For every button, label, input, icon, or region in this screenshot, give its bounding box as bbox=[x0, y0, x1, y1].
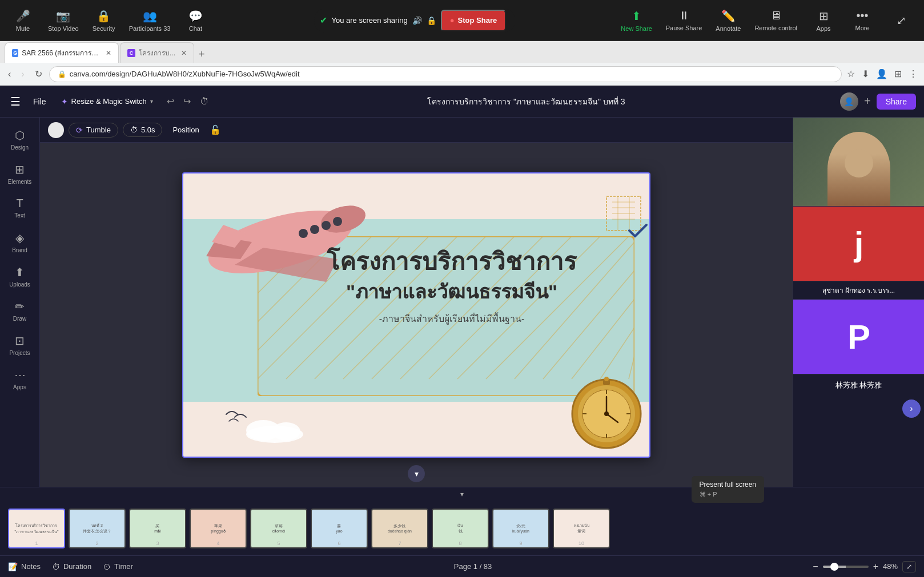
duration-button[interactable]: ⏱ Duration bbox=[52, 562, 91, 571]
position-button[interactable]: Position bbox=[167, 123, 204, 136]
browser-tab-2[interactable]: C โครงการบ... ✕ bbox=[120, 42, 194, 63]
lock-element-button[interactable]: 🔓 bbox=[210, 124, 221, 135]
draw-icon: ✏ bbox=[15, 300, 25, 313]
canva-editor: ☰ File ✦ Resize & Magic Switch ▾ ↩ ↪ ⏱ โ… bbox=[0, 86, 924, 577]
slide-thumb-4[interactable]: 苹果píngguǒ 4 bbox=[190, 509, 247, 548]
canva-menu-button[interactable]: ☰ bbox=[8, 92, 23, 111]
participants-icon: 👥 bbox=[143, 9, 157, 23]
animation-icon: ⟳ bbox=[76, 126, 83, 135]
undo-redo-group: ↩ ↪ ⏱ bbox=[163, 94, 212, 109]
record-dot-icon: ● bbox=[450, 16, 455, 25]
screen-share-banner: ✔ You are screen sharing 🔊 🔒 ● Stop Shar… bbox=[314, 9, 516, 33]
expand-button[interactable]: ⤢ bbox=[884, 3, 918, 38]
design-icon: ⬡ bbox=[15, 128, 25, 142]
new-tab-button[interactable]: + bbox=[195, 46, 208, 63]
canvas-area[interactable]: โครงการบริการวิชาการ "ภาษาและวัฒนธรรมจีน… bbox=[40, 143, 793, 487]
slide-thumb-6[interactable]: 要yào 6 bbox=[311, 509, 368, 548]
remote-control-button[interactable]: 🖥 Remote control bbox=[750, 3, 802, 38]
timer-button[interactable]: ⏲ Timer bbox=[103, 562, 133, 571]
apps-icon: ⊞ bbox=[819, 9, 829, 23]
stop-share-button[interactable]: ● Stop Share bbox=[441, 10, 506, 31]
sidebar-item-design[interactable]: ⬡ Design bbox=[4, 123, 36, 155]
slide-thumb-7[interactable]: 多少钱duōshao qián 7 bbox=[371, 509, 428, 548]
scroll-participants-button[interactable]: › bbox=[902, 400, 921, 418]
redo-button[interactable]: ↪ bbox=[180, 94, 194, 109]
sidebar-item-text[interactable]: T Text bbox=[4, 192, 36, 224]
bottom-statusbar: 📝 Notes ⏱ Duration ⏲ Timer Page 1 / 83 −… bbox=[0, 555, 924, 577]
slide-thumb-5[interactable]: 草莓cǎoméi 5 bbox=[250, 509, 307, 548]
add-collaborator-button[interactable]: + bbox=[864, 95, 871, 108]
duration-button[interactable]: ⏱ 5.0s bbox=[123, 123, 163, 137]
lock-icon: 🔒 bbox=[427, 16, 436, 25]
color-picker-button[interactable] bbox=[48, 122, 64, 138]
close-tab-icon[interactable]: ✕ bbox=[106, 49, 111, 57]
new-share-button[interactable]: ⬆ New Share bbox=[616, 3, 656, 38]
extensions-button[interactable]: ⊞ bbox=[893, 67, 903, 81]
resize-magic-button[interactable]: ✦ Resize & Magic Switch ▾ bbox=[57, 95, 158, 108]
participants-button[interactable]: 👥 Participants 33 bbox=[124, 3, 175, 38]
sidebar-item-apps[interactable]: ⋯ Apps bbox=[4, 363, 36, 395]
annotate-icon: ✏️ bbox=[721, 9, 736, 23]
svg-point-39 bbox=[604, 377, 609, 381]
slide-thumb-1[interactable]: โครงการบริการวิชาการ"ภาษาและวัฒนธรรมจีน"… bbox=[8, 509, 65, 548]
back-button[interactable]: ‹ bbox=[5, 67, 14, 82]
sidebar-item-brand[interactable]: ◈ Brand bbox=[4, 226, 36, 258]
browser-menu-button[interactable]: ⋮ bbox=[907, 67, 919, 81]
checkmark-decoration bbox=[626, 219, 649, 244]
participant-p-avatar: P bbox=[793, 300, 924, 374]
slides-row[interactable]: โครงการบริการวิชาการ"ภาษาและวัฒนธรรมจีน"… bbox=[0, 501, 924, 555]
share-button[interactable]: Share bbox=[877, 94, 916, 110]
profile-button[interactable]: 👤 bbox=[874, 67, 889, 81]
bookmark-star-button[interactable]: ☆ bbox=[845, 67, 857, 81]
security-button[interactable]: 🔒 Security bbox=[87, 3, 121, 38]
sidebar-item-elements[interactable]: ⊞ Elements bbox=[4, 158, 36, 189]
history-button[interactable]: ⏱ bbox=[196, 94, 212, 109]
stop-video-button[interactable]: 📷 Stop Video bbox=[43, 3, 83, 38]
participant-j-name: สุชาดา ฝักทอง ร.ร.บรร... bbox=[793, 281, 924, 299]
slide-nav-down-button[interactable]: ▾ bbox=[408, 465, 425, 482]
collapse-slides-button[interactable]: ▾ bbox=[460, 490, 464, 498]
apps-button[interactable]: ⊞ Apps bbox=[806, 3, 841, 38]
refresh-button[interactable]: ↻ bbox=[31, 66, 46, 82]
slide-thumb-10[interactable]: หน่วยนับ量词 10 Present full screen ⌘ + P bbox=[553, 509, 610, 548]
zoom-in-button[interactable]: + bbox=[873, 562, 878, 572]
animation-tumble-button[interactable]: ⟳ Tumble bbox=[69, 123, 118, 138]
annotate-button[interactable]: ✏️ Annotate bbox=[711, 3, 745, 38]
zoom-slider-wrap[interactable] bbox=[823, 566, 869, 568]
forward-button[interactable]: › bbox=[18, 67, 27, 82]
address-bar[interactable]: 🔒 canva.com/design/DAGHuAbW8H0/zXubNuFie… bbox=[49, 66, 842, 82]
slide-thumb-2[interactable]: บทที่ 3件套衣 怎么说？ 2 bbox=[69, 509, 126, 548]
notes-button[interactable]: 📝 Notes bbox=[8, 562, 41, 571]
screen-share-green-icon: ✔ bbox=[320, 15, 327, 26]
zoom-control: − + 48% ⤢ bbox=[813, 561, 916, 572]
zoom-slider[interactable] bbox=[823, 566, 869, 568]
slide-main-text-area: โครงการบริการวิชาการ "ภาษาและวัฒนธรรมจีน… bbox=[275, 248, 629, 326]
download-button[interactable]: ⬇ bbox=[860, 67, 871, 81]
sidebar-item-uploads[interactable]: ⬆ Uploads bbox=[4, 260, 36, 292]
pause-share-button[interactable]: ⏸ Pause Share bbox=[661, 3, 707, 38]
chat-button[interactable]: 💬 Chat bbox=[178, 3, 212, 38]
slide-thumb-3[interactable]: 买mǎi 3 bbox=[129, 509, 186, 548]
sidebar-item-draw[interactable]: ✏ Draw bbox=[4, 294, 36, 326]
slide-thumb-9[interactable]: 块/元kuài/yuán 9 bbox=[492, 509, 549, 548]
browser-tab-1[interactable]: G SAR 2566 (ส่งกรรมการ) - Goo... ✕ bbox=[5, 42, 119, 63]
clock-icon: ⏱ bbox=[130, 126, 138, 134]
slide-canvas[interactable]: โครงการบริการวิชาการ "ภาษาและวัฒนธรรมจีน… bbox=[182, 172, 650, 458]
timer-icon: ⏲ bbox=[103, 562, 111, 571]
close-tab-2-icon[interactable]: ✕ bbox=[181, 49, 187, 57]
birds-illustration bbox=[223, 403, 269, 428]
zoom-out-button[interactable]: − bbox=[813, 562, 818, 572]
security-icon: 🔒 bbox=[97, 9, 111, 23]
undo-button[interactable]: ↩ bbox=[163, 94, 178, 109]
participant-video-panel: j สุชาดา ฝักทอง ร.ร.บรร... P 林芳雅 林芳雅 › bbox=[793, 118, 924, 487]
canva-left-sidebar: ⬡ Design ⊞ Elements T Text ◈ Brand ⬆ Upl… bbox=[0, 118, 40, 487]
sidebar-item-projects[interactable]: ⊡ Projects bbox=[4, 329, 36, 361]
mute-button[interactable]: 🎤 Mute bbox=[6, 3, 40, 38]
slide-thumb-8[interactable]: เงิน钱 8 bbox=[432, 509, 489, 548]
fit-page-button[interactable]: ⤢ bbox=[902, 561, 916, 572]
canva-body: ⬡ Design ⊞ Elements T Text ◈ Brand ⬆ Upl… bbox=[0, 118, 924, 487]
canva-file-button[interactable]: File bbox=[29, 95, 51, 108]
text-icon: T bbox=[16, 197, 23, 210]
slide-panel-header: ▾ bbox=[0, 487, 924, 501]
more-button[interactable]: ••• More bbox=[845, 3, 879, 38]
